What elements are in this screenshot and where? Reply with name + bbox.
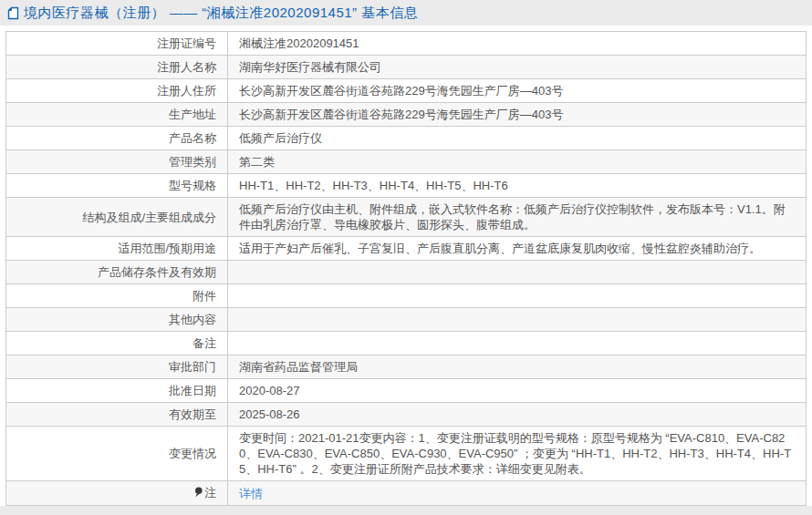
row-label-text: 注册证编号 [157,36,216,50]
row-label: 其他内容 [6,308,228,332]
row-label-text: 备注 [193,336,216,350]
row-label: 结构及组成/主要组成成分 [6,198,228,237]
row-label-text: 附件 [193,289,216,303]
row-value: 湖南省药品监督管理局 [228,355,807,379]
row-label-text: 产品储存条件及有效期 [98,265,216,279]
table-row: 有效期至2025-08-26 [6,403,807,427]
row-value: 低频产后治疗仪由主机、附件组成，嵌入式软件名称：低频产后治疗仪控制软件，发布版本… [228,198,807,237]
page-title: 境内医疗器械（注册） —— “湘械注准20202091451” 基本信息 [24,5,418,22]
row-value: 湖南华好医疗器械有限公司 [228,56,807,79]
table-row: 管理类别第二类 [6,150,807,174]
row-label: 注册人名称 [6,56,228,79]
row-value: 低频产后治疗仪 [228,127,807,150]
table-row: 批准日期2020-08-27 [6,379,807,403]
row-value: 长沙高新开发区麓谷街道谷苑路229号海凭园生产厂房—403号 [228,103,807,127]
row-label: 产品储存条件及有效期 [6,261,228,284]
row-label: 生产地址 [6,103,228,127]
row-label: 审批部门 [6,355,228,379]
row-label: 变更情况 [6,427,228,481]
table-row: 型号规格HH-T1、HH-T2、HH-T3、HH-T4、HH-T5、HH-T6 [6,174,807,198]
row-label-text: 结构及组成/主要组成成分 [82,211,216,224]
table-row: 产品储存条件及有效期 [6,261,807,284]
details-link[interactable]: 详情 [239,487,263,500]
row-value: 变更时间：2021-01-21变更内容：1、变更注册证载明的型号规格：原型号规格… [228,427,807,481]
row-value [228,332,807,355]
table-row: 审批部门湖南省药品监督管理局 [6,355,807,379]
row-value: HH-T1、HH-T2、HH-T3、HH-T4、HH-T5、HH-T6 [228,174,807,198]
row-label: 注册证编号 [6,32,228,56]
row-label: 有效期至 [6,403,228,427]
row-label: 注 [6,481,228,506]
row-label: 备注 [6,332,228,355]
row-label-text: 审批部门 [169,360,216,374]
row-label-text: 注册人住所 [157,84,216,98]
table-row: 注册人住所长沙高新开发区麓谷街道谷苑路229号海凭园生产厂房—403号 [6,79,807,103]
note-pin-icon [194,486,203,501]
row-value [228,308,807,332]
row-label-text: 其他内容 [169,313,216,326]
row-label: 管理类别 [6,150,228,174]
table-row: 适用范围/预期用途适用于产妇产后催乳、子宫复旧、产后腹直肌分离、产道盆底康复肌肉… [6,237,807,261]
row-label-text: 有效期至 [169,407,216,421]
row-value: 湘械注准20202091451 [228,32,807,56]
row-value: 适用于产妇产后催乳、子宫复旧、产后腹直肌分离、产道盆底康复肌肉收缩、慢性盆腔炎辅… [228,237,807,261]
row-label: 注册人住所 [6,79,228,103]
table-row: 生产地址长沙高新开发区麓谷街道谷苑路229号海凭园生产厂房—403号 [6,103,807,127]
table-row: 其他内容 [6,308,807,332]
row-value: 2020-08-27 [228,379,807,403]
row-label-text: 产品名称 [169,131,216,145]
row-label: 产品名称 [6,127,228,150]
table-row: 备注 [6,332,807,355]
row-label: 适用范围/预期用途 [6,237,228,261]
table-row: 附件 [6,284,807,308]
row-label-text: 适用范围/预期用途 [118,242,216,255]
row-label: 批准日期 [6,379,228,403]
table-row: 产品名称低频产后治疗仪 [6,127,807,150]
table-row: 注详情 [6,481,807,506]
table-row: 注册人名称湖南华好医疗器械有限公司 [6,56,807,79]
row-label-text: 批准日期 [169,384,216,397]
table-row: 变更情况变更时间：2021-01-21变更内容：1、变更注册证载明的型号规格：原… [6,427,807,481]
row-label: 型号规格 [6,174,228,198]
registration-info-table: 注册证编号湘械注准20202091451注册人名称湖南华好医疗器械有限公司注册人… [5,31,807,506]
row-value: 详情 [228,481,807,506]
row-value: 第二类 [228,150,807,174]
row-label-text: 型号规格 [169,179,216,192]
row-label: 附件 [6,284,228,308]
table-row: 结构及组成/主要组成成分低频产后治疗仪由主机、附件组成，嵌入式软件名称：低频产后… [6,198,807,237]
row-value [228,284,807,308]
row-label-text: 生产地址 [169,108,216,121]
row-value: 长沙高新开发区麓谷街道谷苑路229号海凭园生产厂房—403号 [228,79,807,103]
document-icon [7,6,19,20]
row-value [228,261,807,284]
page-header: 境内医疗器械（注册） —— “湘械注准20202091451” 基本信息 [0,0,812,26]
table-row: 注册证编号湘械注准20202091451 [6,32,807,56]
row-value: 2025-08-26 [228,403,807,427]
row-label-text: 注 [204,486,216,500]
row-label-text: 管理类别 [169,155,216,169]
row-label-text: 注册人名称 [157,60,216,74]
content-panel: 注册证编号湘械注准20202091451注册人名称湖南华好医疗器械有限公司注册人… [0,26,812,506]
row-label-text: 变更情况 [169,447,216,460]
